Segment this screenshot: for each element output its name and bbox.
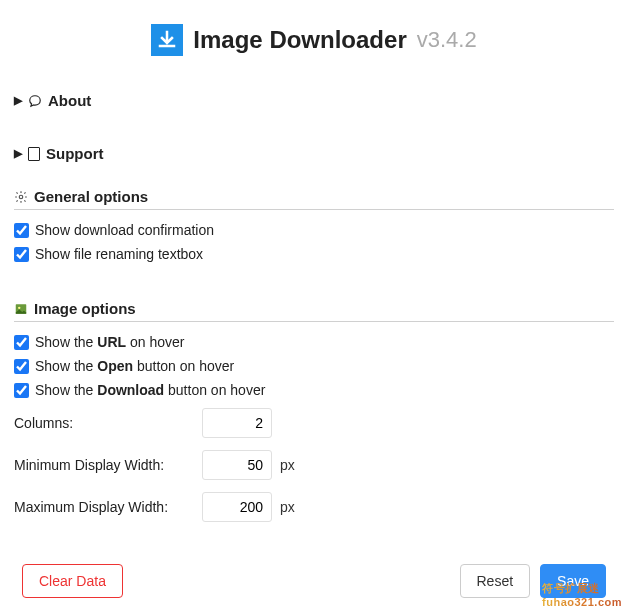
svg-point-0 bbox=[19, 195, 23, 199]
min-width-label: Minimum Display Width: bbox=[14, 457, 194, 473]
save-button[interactable]: Save bbox=[540, 564, 606, 598]
gear-icon bbox=[14, 190, 28, 204]
about-label: About bbox=[48, 92, 91, 109]
show-download-confirmation-label: Show download confirmation bbox=[35, 222, 214, 238]
general-options-group: General options Show download confirmati… bbox=[14, 188, 614, 266]
show-download-confirmation-checkbox[interactable] bbox=[14, 223, 29, 238]
columns-label: Columns: bbox=[14, 415, 194, 431]
columns-row: Columns: bbox=[14, 402, 614, 444]
support-accordion[interactable]: ▶ Support bbox=[14, 137, 614, 170]
caret-right-icon: ▶ bbox=[14, 94, 22, 107]
svg-point-2 bbox=[18, 306, 20, 308]
min-width-row: Minimum Display Width: px bbox=[14, 444, 614, 486]
min-width-input[interactable] bbox=[202, 450, 272, 480]
max-width-unit: px bbox=[280, 499, 295, 515]
show-url-checkbox[interactable] bbox=[14, 335, 29, 350]
show-download-row[interactable]: Show the Download button on hover bbox=[14, 378, 614, 402]
caret-right-icon: ▶ bbox=[14, 147, 22, 160]
footer: Clear Data Reset Save bbox=[0, 564, 628, 598]
show-file-renaming-checkbox[interactable] bbox=[14, 247, 29, 262]
image-icon bbox=[14, 302, 28, 316]
show-open-checkbox[interactable] bbox=[14, 359, 29, 374]
app-title: Image Downloader bbox=[193, 26, 406, 54]
image-options-group: Image options Show the URL on hover Show… bbox=[14, 300, 614, 528]
show-download-confirmation-row[interactable]: Show download confirmation bbox=[14, 218, 614, 242]
max-width-input[interactable] bbox=[202, 492, 272, 522]
show-download-checkbox[interactable] bbox=[14, 383, 29, 398]
chat-icon bbox=[28, 94, 42, 108]
support-label: Support bbox=[46, 145, 104, 162]
support-icon bbox=[28, 147, 40, 161]
show-url-row[interactable]: Show the URL on hover bbox=[14, 330, 614, 354]
max-width-label: Maximum Display Width: bbox=[14, 499, 194, 515]
header: Image Downloader v3.4.2 bbox=[0, 0, 628, 74]
clear-data-button[interactable]: Clear Data bbox=[22, 564, 123, 598]
min-width-unit: px bbox=[280, 457, 295, 473]
reset-button[interactable]: Reset bbox=[460, 564, 531, 598]
app-logo-icon bbox=[151, 24, 183, 56]
show-file-renaming-label: Show file renaming textbox bbox=[35, 246, 203, 262]
general-options-title: General options bbox=[34, 188, 148, 205]
app-version: v3.4.2 bbox=[417, 27, 477, 53]
about-accordion[interactable]: ▶ About bbox=[14, 84, 614, 117]
show-file-renaming-row[interactable]: Show file renaming textbox bbox=[14, 242, 614, 266]
show-download-label: Show the Download button on hover bbox=[35, 382, 265, 398]
show-url-label: Show the URL on hover bbox=[35, 334, 184, 350]
columns-input[interactable] bbox=[202, 408, 272, 438]
show-open-label: Show the Open button on hover bbox=[35, 358, 234, 374]
image-options-title: Image options bbox=[34, 300, 136, 317]
max-width-row: Maximum Display Width: px bbox=[14, 486, 614, 528]
show-open-row[interactable]: Show the Open button on hover bbox=[14, 354, 614, 378]
